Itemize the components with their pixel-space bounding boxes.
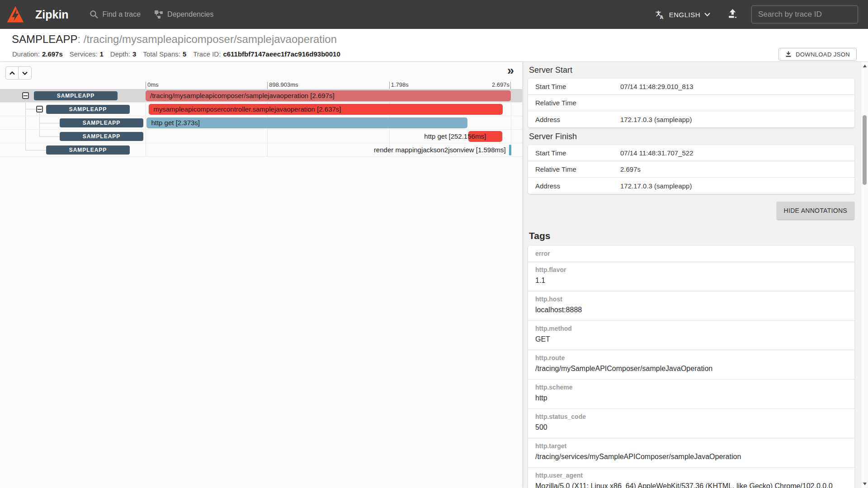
tag-key: http.target — [535, 442, 847, 450]
tag-value: localhost:8888 — [535, 305, 847, 315]
span-row[interactable]: SAMPLEAPPhttp get [252.156ms] — [0, 130, 522, 143]
service-name-button[interactable]: SAMPLEAPP — [34, 91, 118, 100]
scrollbar-up-arrow[interactable] — [863, 65, 867, 67]
tag-key: http.status_code — [535, 413, 847, 420]
annotation-row: Start Time07/14 11:48:31.707_522 — [528, 145, 854, 161]
stat-value: c611bfbf7147aeec1f7ac916d93b0010 — [223, 50, 340, 58]
language-selector[interactable]: A ENGLISH — [655, 9, 710, 20]
next-span-button[interactable] — [19, 67, 31, 79]
tag-row: http.methodGET — [528, 321, 854, 350]
language-label: ENGLISH — [669, 11, 700, 19]
search-icon — [90, 10, 99, 19]
hide-annotations-button[interactable]: HIDE ANNOTATIONS — [777, 202, 854, 220]
span-label: http get [252.156ms] — [424, 130, 486, 143]
trace-stat: Depth:3 — [110, 50, 137, 58]
trace-service-name: SAMPLEAPP — [12, 33, 77, 45]
annotation-value: 07/14 11:48:29.010_813 — [620, 83, 693, 90]
stat-value: 2.697s — [42, 50, 63, 58]
collapse-span-icon[interactable] — [36, 106, 43, 113]
upload-icon — [727, 9, 738, 19]
tag-value: /tracing/services/mySampleAPIComposer/sa… — [535, 452, 847, 462]
span-row[interactable]: SAMPLEAPPmysampleapicomposercontroller.s… — [0, 103, 522, 116]
stat-label: Total Spans: — [143, 50, 180, 58]
tag-key: http.flavor — [535, 266, 847, 273]
axis-tick-label: 2.697s — [492, 81, 509, 88]
annotation-label: Address — [535, 116, 620, 123]
annotation-value: 07/14 11:48:31.707_522 — [620, 149, 693, 157]
tag-key: http.route — [535, 354, 847, 361]
scrollbar-down-arrow[interactable] — [863, 483, 867, 485]
trace-operation-name: /tracing/mysampleapicomposer/samplejavao… — [84, 33, 337, 45]
service-name-button[interactable]: SAMPLEAPP — [46, 105, 130, 114]
nav-find-a-trace[interactable]: Find a trace — [90, 10, 141, 19]
annotation-row: Address172.17.0.3 (sampleapp) — [528, 178, 854, 194]
axis-tick-mark — [510, 82, 511, 89]
span-row[interactable]: SAMPLEAPP/tracing/mysampleapicomposer/sa… — [0, 89, 522, 103]
svg-text:A: A — [660, 14, 663, 20]
span-label: http get [2.373s] — [151, 116, 200, 130]
axis-tick-label: 898.903ms — [269, 81, 298, 88]
service-name-button[interactable]: SAMPLEAPP — [60, 118, 143, 127]
search-trace-id-input[interactable] — [751, 5, 858, 23]
stat-value: 5 — [183, 50, 186, 58]
axis-tick-label: 1.798s — [391, 81, 409, 88]
collapse-detail-panel-button[interactable]: » — [507, 64, 514, 78]
tag-row: http.flavor1.1 — [528, 262, 854, 291]
span-row[interactable]: SAMPLEAPPhttp get [2.373s] — [0, 116, 522, 130]
span-label: mysampleapicomposercontroller.samplejava… — [153, 103, 341, 116]
annotation-row: Start Time07/14 11:48:29.010_813 — [528, 79, 854, 95]
axis-tick-label: 0ms — [147, 81, 159, 88]
upload-trace-button[interactable] — [727, 9, 738, 20]
annotation-row: Address172.17.0.3 (sampleapp) — [528, 111, 854, 127]
annotation-value: 172.17.0.3 (sampleapp) — [620, 116, 692, 123]
nav-find-a-trace-label: Find a trace — [103, 10, 141, 19]
annotation-label: Relative Time — [535, 99, 620, 107]
span-label: /tracing/mysampleapicomposer/samplejavao… — [150, 89, 335, 103]
span-plot: http get [2.373s] — [146, 116, 511, 130]
span-plot: http get [252.156ms] — [146, 130, 511, 143]
annotation-label: Address — [535, 182, 620, 190]
tag-row: http.route/tracing/mySampleAPIComposer/s… — [528, 350, 854, 380]
tag-key: http.method — [535, 325, 847, 332]
axis-tick-mark — [389, 82, 390, 89]
tag-row: http.status_code500 — [528, 409, 854, 438]
scrollbar-thumb[interactable] — [863, 115, 867, 185]
trace-stat: Services:1 — [70, 50, 104, 58]
annotation-value: 172.17.0.3 (sampleapp) — [620, 182, 692, 190]
span-duration-bar[interactable] — [509, 145, 511, 155]
axis-tick-mark — [267, 82, 268, 89]
annotation-label: Start Time — [535, 149, 620, 157]
annotation-row: Relative Time2.697s — [528, 161, 854, 178]
app-title: Zipkin — [35, 8, 69, 21]
collapse-span-icon[interactable] — [22, 92, 29, 99]
tag-row: http.hostlocalhost:8888 — [528, 291, 854, 321]
chevron-up-icon — [9, 71, 15, 75]
span-row[interactable]: SAMPLEAPPrender mappingjackson2jsonview … — [0, 143, 522, 157]
axis-tick-mark — [146, 82, 146, 89]
span-pager — [5, 66, 32, 80]
tag-value: Mozilla/5.0 (X11; Linux x86_64) AppleWeb… — [535, 481, 847, 488]
span-detail-panel: Server StartStart Time07/14 11:48:29.010… — [528, 62, 854, 488]
main-content: » 0ms898.903ms1.798s2.697s SAMPLEAPP/tra… — [0, 62, 868, 488]
annotation-section-title: Server Start — [529, 66, 854, 75]
trace-timeline-panel: » 0ms898.903ms1.798s2.697s SAMPLEAPP/tra… — [0, 62, 522, 488]
dependencies-icon — [154, 10, 163, 19]
timeline-axis: 0ms898.903ms1.798s2.697s — [146, 80, 511, 89]
tag-value: /tracing/mySampleAPIComposer/sampleJavaO… — [535, 364, 847, 374]
tag-key: http.scheme — [535, 384, 847, 391]
tag-row: http.schemehttp — [528, 380, 854, 409]
nav-dependencies[interactable]: Dependencies — [154, 10, 213, 19]
tag-value: 1.1 — [535, 276, 847, 286]
previous-span-button[interactable] — [6, 67, 19, 79]
tag-key: error — [535, 250, 847, 257]
navbar: Zipkin Find a trace Dependencies A ENGLI… — [0, 0, 868, 29]
zipkin-logo-icon[interactable] — [6, 5, 24, 23]
nav-dependencies-label: Dependencies — [167, 10, 213, 19]
stat-label: Depth: — [110, 50, 130, 58]
download-json-button[interactable]: DOWNLOAD JSON — [778, 48, 857, 61]
service-name-button[interactable]: SAMPLEAPP — [46, 145, 130, 155]
service-name-button[interactable]: SAMPLEAPP — [60, 132, 143, 141]
stat-label: Services: — [70, 50, 98, 58]
vertical-scrollbar[interactable] — [861, 62, 868, 488]
annotation-label: Start Time — [535, 83, 620, 90]
